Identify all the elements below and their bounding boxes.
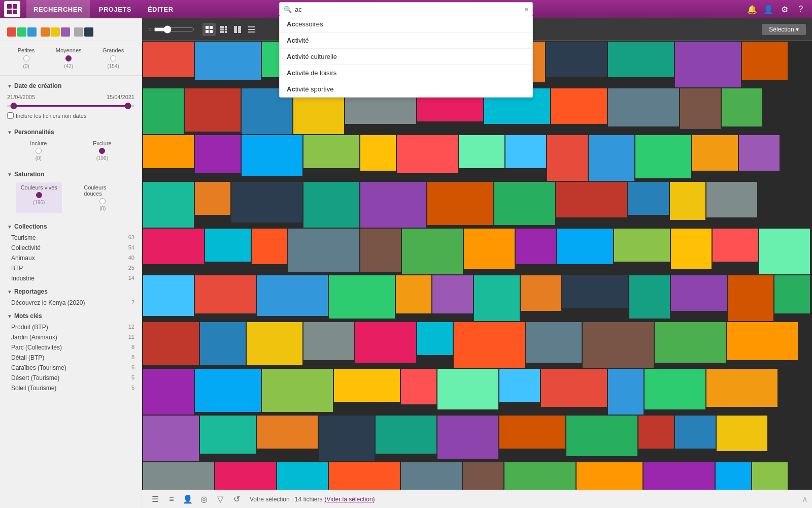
photo-item[interactable]: [499, 369, 540, 402]
photo-item[interactable]: [717, 416, 767, 451]
person-icon[interactable]: 👤: [181, 492, 195, 506]
personality-dot-inclure[interactable]: [36, 148, 42, 154]
photo-item[interactable]: [608, 42, 674, 77]
section-saturation-header[interactable]: ▼ Saturation: [0, 168, 142, 180]
photo-item[interactable]: [671, 229, 712, 269]
keyword-desert-tourisme[interactable]: Désert (Tourisme) 5: [0, 373, 142, 383]
photo-item[interactable]: [526, 322, 582, 363]
photo-item[interactable]: [635, 135, 691, 178]
photo-item[interactable]: [516, 229, 556, 264]
photo-item[interactable]: [464, 229, 515, 269]
photo-item[interactable]: [680, 88, 721, 129]
photo-item[interactable]: [727, 322, 798, 360]
photo-item[interactable]: [675, 42, 741, 87]
bell-icon[interactable]: 🔔: [745, 2, 759, 16]
personality-exclure[interactable]: Exclure (196): [93, 140, 112, 161]
suggestion-activite-loisirs[interactable]: Activité de loisirs: [280, 65, 532, 81]
size-petites[interactable]: Petites (0): [18, 47, 35, 69]
date-handle-right[interactable]: [125, 103, 131, 109]
saturation-vives[interactable]: Couleurs vives (196): [16, 182, 62, 213]
photo-item[interactable]: [143, 135, 194, 168]
help-icon[interactable]: ?: [794, 2, 808, 16]
photo-item[interactable]: [417, 322, 453, 355]
photo-item[interactable]: [200, 416, 256, 454]
photo-item[interactable]: [547, 135, 588, 181]
selection-button[interactable]: Sélection ▾: [762, 24, 806, 35]
photo-item[interactable]: [638, 416, 674, 449]
photo-item[interactable]: [716, 462, 751, 490]
photo-item[interactable]: [722, 88, 762, 126]
photo-item[interactable]: [360, 182, 426, 228]
photo-item[interactable]: [262, 369, 333, 412]
photo-item[interactable]: [397, 135, 458, 173]
reportage-kenya[interactable]: Découvrez le Kenya (2020) 2: [0, 298, 142, 308]
photo-item[interactable]: [195, 135, 241, 173]
expand-icon[interactable]: ∧: [802, 494, 808, 504]
text-icon[interactable]: ≡: [164, 492, 179, 506]
photo-item[interactable]: [505, 135, 546, 168]
photo-item[interactable]: [303, 182, 359, 228]
photo-item[interactable]: [257, 416, 318, 449]
photo-item[interactable]: [319, 416, 375, 461]
personality-inclure[interactable]: Inclure (0): [30, 140, 47, 161]
photo-item[interactable]: [644, 462, 715, 490]
photo-item[interactable]: [739, 135, 780, 171]
view-grid-small[interactable]: [202, 23, 216, 36]
nav-rechercher[interactable]: RECHERCHER: [26, 0, 90, 18]
section-collections-header[interactable]: ▼ Collections: [0, 220, 142, 233]
user-icon[interactable]: 👤: [761, 2, 775, 16]
photo-item[interactable]: [504, 462, 576, 490]
section-reportages-header[interactable]: ▼ Reportages: [0, 285, 142, 298]
date-checkbox-input[interactable]: [7, 112, 14, 119]
photo-item[interactable]: [396, 275, 431, 313]
swatch-blue[interactable]: [27, 27, 37, 37]
size-dot-grandes[interactable]: [110, 55, 116, 61]
photo-grid[interactable]: [142, 41, 812, 490]
nav-editer[interactable]: ÉDITER: [141, 0, 181, 18]
vider-selection-link[interactable]: (Vider la sélection): [324, 496, 375, 503]
photo-item[interactable]: [376, 416, 436, 454]
photo-item[interactable]: [288, 229, 359, 272]
section-personalites-header[interactable]: ▼ Personnalités: [0, 126, 142, 138]
photo-item[interactable]: [556, 182, 627, 217]
photo-item[interactable]: [541, 369, 607, 407]
photo-item[interactable]: [329, 275, 395, 319]
photo-item[interactable]: [360, 229, 401, 272]
view-grid-medium[interactable]: [217, 23, 230, 36]
photo-item[interactable]: [215, 462, 276, 490]
view-grid-large[interactable]: [231, 23, 244, 36]
list-icon[interactable]: ☰: [148, 492, 162, 506]
photo-item[interactable]: [143, 462, 214, 490]
compass-icon[interactable]: ◎: [197, 492, 211, 506]
photo-item[interactable]: [713, 229, 758, 262]
photo-item[interactable]: [195, 275, 256, 313]
size-dot-moyennes[interactable]: [65, 55, 72, 61]
swatch-dark[interactable]: [84, 27, 93, 37]
photo-item[interactable]: [247, 322, 302, 365]
photo-item[interactable]: [195, 369, 261, 412]
photo-item[interactable]: [242, 135, 302, 176]
suggestion-accessoires[interactable]: Accessoires: [280, 16, 532, 33]
keyword-soleil-tourisme[interactable]: Soleil (Tourisme) 5: [0, 383, 142, 393]
photo-item[interactable]: [303, 135, 359, 168]
saturation-dot-vives[interactable]: [36, 192, 42, 198]
photo-item[interactable]: [752, 462, 788, 490]
photo-item[interactable]: [432, 275, 473, 313]
photo-item[interactable]: [355, 322, 416, 363]
photo-item[interactable]: [557, 229, 613, 264]
photo-item[interactable]: [185, 88, 241, 132]
zoom-range[interactable]: [154, 25, 194, 34]
photo-item[interactable]: [437, 369, 498, 409]
photo-item[interactable]: [551, 88, 607, 124]
saturation-douces[interactable]: Couleurs douces (0): [80, 182, 125, 213]
swatch-purple[interactable]: [61, 27, 70, 37]
keyword-jardin-animaux[interactable]: Jardin (Animaux) 11: [0, 332, 142, 342]
photo-item[interactable]: [200, 322, 246, 365]
swatch-green[interactable]: [17, 27, 26, 37]
photo-item[interactable]: [608, 369, 644, 415]
photo-item[interactable]: [303, 322, 354, 360]
photo-item[interactable]: [231, 182, 302, 223]
photo-item[interactable]: [759, 229, 810, 274]
photo-item[interactable]: [629, 275, 670, 319]
filter-icon[interactable]: ≡: [524, 6, 528, 13]
